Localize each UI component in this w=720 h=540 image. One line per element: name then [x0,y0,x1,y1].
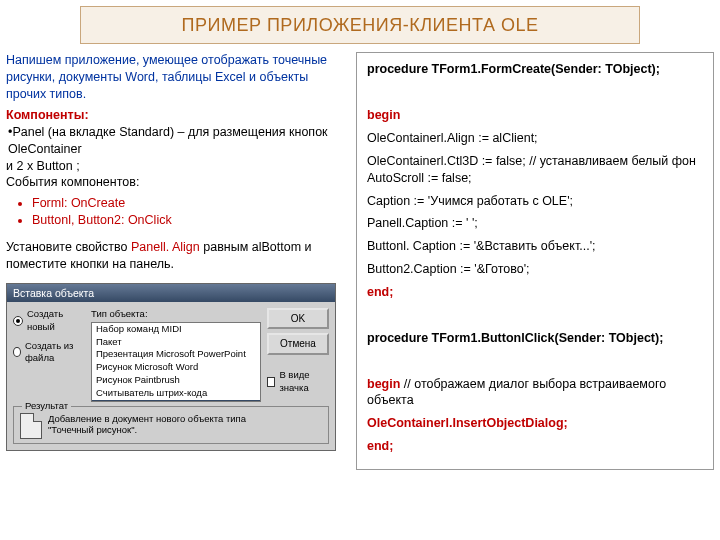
code-line: begin [367,107,703,124]
as-icon-checkbox[interactable]: В виде значка [267,369,329,395]
object-type-listbox[interactable]: Набор команд MIDI Пакет Презентация Micr… [91,322,261,402]
code-line: Button2.Caption := '&Готово'; [367,261,703,278]
checkbox-icon [267,377,275,387]
panel-desc-1: •Panel (на вкладке Standard) – для разме… [8,124,346,158]
event-item: Forml: OnCreate [32,195,346,212]
radio-create-new[interactable]: Создать новый [13,308,85,334]
type-label: Тип объекта: [91,308,261,321]
panel-desc-2: и 2 х Button ; [6,158,346,175]
components-label: Компоненты: [6,107,346,124]
code-line: begin // отображаем диалог выбора встраи… [367,376,703,410]
code-line: end; [367,284,703,301]
list-item[interactable]: Рисунок Paintbrush [92,374,260,387]
code-line: procedure TForm1.FormCreate(Sender: TObj… [367,61,703,78]
events-label: События компонентов: [6,174,346,191]
insert-object-dialog: Вставка объекта Создать новый Создать из… [6,283,336,451]
ok-button[interactable]: OK [267,308,329,330]
code-line: end; [367,438,703,455]
intro-text: Напишем приложение, умеющее отображать т… [6,52,346,103]
code-line: OleContainerl.Align := alClient; [367,130,703,147]
radio-icon [13,347,21,357]
event-item: Buttonl, Button2: OnClick [32,212,346,229]
events-list: Forml: OnCreate Buttonl, Button2: OnClic… [32,195,346,229]
result-label: Результат [22,400,71,413]
left-column: Напишем приложение, умеющее отображать т… [6,52,346,470]
code-line: OleContainerl.Ctl3D := false; // устанав… [367,153,703,187]
slide-title: ПРИМЕР ПРИЛОЖЕНИЯ-КЛИЕНТА OLE [80,6,640,44]
code-line: OleContainerl.InsertObjectDialog; [367,415,703,432]
cancel-button[interactable]: Отмена [267,333,329,355]
dialog-titlebar: Вставка объекта [7,284,335,302]
list-item[interactable]: Рисунок Microsoft Word [92,361,260,374]
list-item[interactable]: Точечный рисунок [92,400,260,402]
code-line: Buttonl. Caption := '&Вставить объект...… [367,238,703,255]
list-item[interactable]: Пакет [92,336,260,349]
code-panel: procedure TForm1.FormCreate(Sender: TObj… [356,52,714,470]
list-item[interactable]: Считыватель штрих-кода [92,387,260,400]
result-text-2: "Точечный рисунок". [48,424,246,435]
code-line: Caption := 'Учимся работать с OLE'; [367,193,703,210]
code-line: Panell.Caption := ' '; [367,215,703,232]
radio-icon [13,316,23,326]
result-text-1: Добавление в документ нового объекта тип… [48,413,246,424]
radio-create-from-file[interactable]: Создать из файла [13,340,85,366]
instruction: Установите свойство Panell. Align равным… [6,239,346,273]
list-item[interactable]: Презентация Microsoft PowerPoint [92,348,260,361]
code-line: procedure TForm1.ButtonlClick(Sender: TO… [367,330,703,347]
result-group: Результат Добавление в документ нового о… [13,406,329,444]
document-icon [20,413,42,439]
list-item[interactable]: Набор команд MIDI [92,323,260,336]
dialog-title: Вставка объекта [13,286,94,300]
